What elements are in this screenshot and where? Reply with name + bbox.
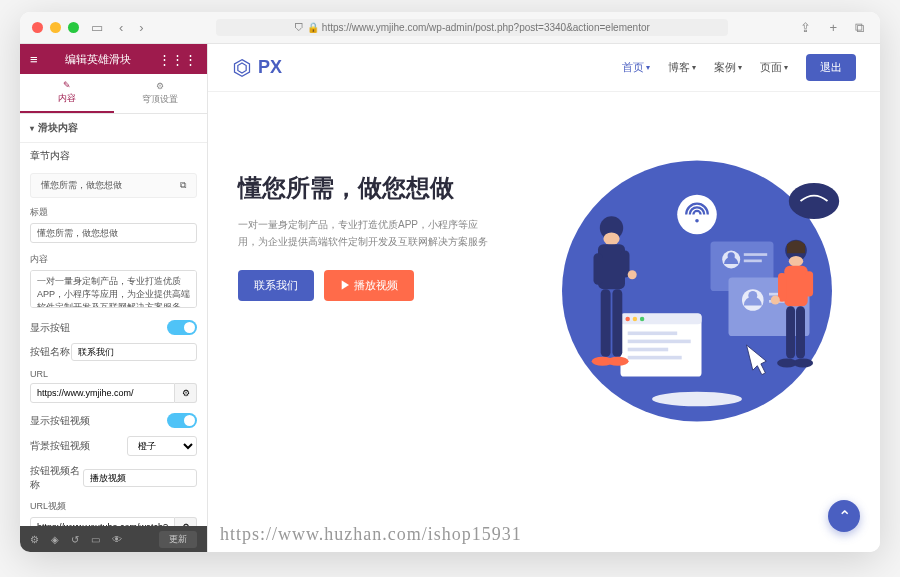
chevron-down-icon: ▾ bbox=[692, 63, 696, 72]
bg-video-select[interactable]: 橙子 bbox=[127, 436, 197, 456]
site-header: PX 首页 ▾ 博客 ▾ 案例 ▾ 页面 ▾ 退出 bbox=[208, 44, 880, 92]
label-video-btn-name: 按钮视频名称 bbox=[30, 464, 83, 492]
gear-icon: ⚙ bbox=[156, 81, 164, 91]
hero-illustration bbox=[508, 122, 850, 442]
svg-point-36 bbox=[789, 256, 803, 267]
video-url-input[interactable] bbox=[30, 517, 175, 526]
tab-advanced[interactable]: ⚙ 穹顶设置 bbox=[114, 74, 208, 113]
url-input[interactable] bbox=[30, 383, 175, 403]
svg-rect-22 bbox=[628, 340, 691, 344]
svg-point-34 bbox=[607, 357, 629, 366]
video-btn-name-input[interactable] bbox=[83, 469, 197, 487]
label-bg-video: 背景按钮视频 bbox=[30, 439, 90, 453]
navigator-icon[interactable]: ◈ bbox=[51, 534, 59, 545]
repeater-item[interactable]: 懂您所需，做您想做 ⧉ bbox=[30, 173, 197, 198]
sidebar-tabs: ✎ 内容 ⚙ 穹顶设置 bbox=[20, 74, 207, 114]
show-video-toggle[interactable] bbox=[167, 413, 197, 428]
forward-icon[interactable]: › bbox=[135, 18, 147, 37]
svg-point-45 bbox=[652, 392, 742, 406]
svg-rect-9 bbox=[744, 253, 767, 256]
label-content: 内容 bbox=[20, 249, 207, 268]
pencil-icon: ✎ bbox=[63, 80, 71, 90]
svg-rect-24 bbox=[628, 356, 682, 360]
content-textarea[interactable]: 一对一量身定制产品，专业打造优质APP，小程序等应用，为企业提供高端软件定制开发… bbox=[30, 270, 197, 308]
menu-icon[interactable]: ≡ bbox=[30, 52, 38, 67]
section-slider-content[interactable]: ▾滑块内容 bbox=[20, 114, 207, 143]
traffic-lights bbox=[32, 22, 79, 33]
hero-description: 一对一量身定制产品，专业打造优质APP，小程序等应用，为企业提供高端软件定制开发… bbox=[238, 216, 488, 250]
sidebar-footer: ⚙ ◈ ↺ ▭ 👁 更新 bbox=[20, 526, 207, 552]
svg-point-4 bbox=[677, 195, 717, 235]
tab-content[interactable]: ✎ 内容 bbox=[20, 74, 114, 113]
shield-icon: ⛉ bbox=[294, 22, 307, 33]
responsive-icon[interactable]: ▭ bbox=[91, 534, 100, 545]
show-button-toggle[interactable] bbox=[167, 320, 197, 335]
scroll-top-button[interactable]: ⌃ bbox=[828, 500, 860, 532]
nav-cases[interactable]: 案例 ▾ bbox=[714, 60, 742, 75]
title-input[interactable] bbox=[30, 223, 197, 243]
svg-rect-38 bbox=[778, 273, 786, 302]
chevron-up-icon: ⌃ bbox=[838, 507, 851, 526]
svg-point-18 bbox=[625, 317, 630, 322]
svg-point-26 bbox=[603, 233, 619, 246]
watermark: https://www.huzhan.com/ishop15931 bbox=[220, 524, 522, 545]
svg-rect-41 bbox=[786, 306, 795, 358]
close-window[interactable] bbox=[32, 22, 43, 33]
svg-marker-1 bbox=[238, 63, 246, 73]
site-logo[interactable]: PX bbox=[232, 57, 282, 78]
widget-title: 编辑英雄滑块 bbox=[65, 52, 131, 67]
label-title: 标题 bbox=[20, 202, 207, 221]
video-url-options-button[interactable]: ⚙ bbox=[175, 517, 197, 526]
nav-blog[interactable]: 博客 ▾ bbox=[668, 60, 696, 75]
label-show-button: 显示按钮 bbox=[30, 321, 70, 335]
history-icon[interactable]: ↺ bbox=[71, 534, 79, 545]
svg-rect-39 bbox=[805, 271, 813, 296]
preview-pane: PX 首页 ▾ 博客 ▾ 案例 ▾ 页面 ▾ 退出 懂您所需，做您想做 一对一量… bbox=[208, 44, 880, 552]
preview-icon[interactable]: 👁 bbox=[112, 534, 122, 545]
svg-point-5 bbox=[695, 219, 699, 223]
play-icon: ▶ bbox=[340, 279, 354, 291]
svg-point-40 bbox=[771, 296, 780, 305]
label-url: URL bbox=[20, 365, 207, 381]
tabs-icon[interactable]: ⧉ bbox=[851, 18, 868, 38]
copy-icon[interactable]: ⧉ bbox=[180, 180, 186, 191]
url-options-button[interactable]: ⚙ bbox=[175, 383, 197, 403]
chevron-down-icon: ▾ bbox=[646, 63, 650, 72]
browser-titlebar: ▭ ‹ › ⛉ 🔒 https://www.ymjihe.com/wp-admi… bbox=[20, 12, 880, 44]
back-icon[interactable]: ‹ bbox=[115, 18, 127, 37]
svg-rect-23 bbox=[628, 348, 669, 352]
update-button[interactable]: 更新 bbox=[159, 531, 197, 548]
exit-button[interactable]: 退出 bbox=[806, 54, 856, 81]
hero-section: 懂您所需，做您想做 一对一量身定制产品，专业打造优质APP，小程序等应用，为企业… bbox=[208, 92, 880, 472]
address-bar[interactable]: ⛉ 🔒 https://www.ymjihe.com/wp-admin/post… bbox=[216, 19, 729, 36]
apps-icon[interactable]: ⋮⋮⋮ bbox=[158, 52, 197, 67]
sidebar-toggle-icon[interactable]: ▭ bbox=[87, 18, 107, 37]
nav-home[interactable]: 首页 ▾ bbox=[622, 60, 650, 75]
svg-rect-42 bbox=[796, 306, 805, 358]
new-tab-icon[interactable]: + bbox=[825, 18, 841, 38]
svg-point-44 bbox=[793, 359, 813, 368]
hero-title: 懂您所需，做您想做 bbox=[238, 172, 488, 204]
svg-point-20 bbox=[640, 317, 645, 322]
nav-pages[interactable]: 页面 ▾ bbox=[760, 60, 788, 75]
svg-rect-21 bbox=[628, 332, 678, 336]
chevron-down-icon: ▾ bbox=[784, 63, 788, 72]
logo-icon bbox=[232, 58, 252, 78]
play-video-button[interactable]: ▶ 播放视频 bbox=[324, 270, 414, 301]
contact-button[interactable]: 联系我们 bbox=[238, 270, 314, 301]
svg-rect-32 bbox=[612, 289, 622, 357]
minimize-window[interactable] bbox=[50, 22, 61, 33]
maximize-window[interactable] bbox=[68, 22, 79, 33]
svg-rect-10 bbox=[744, 260, 762, 263]
settings-icon[interactable]: ⚙ bbox=[30, 534, 39, 545]
svg-marker-0 bbox=[235, 59, 250, 76]
label-show-video: 显示按钮视频 bbox=[30, 414, 90, 428]
group-chapter: 章节内容 bbox=[20, 143, 207, 169]
lock-icon: 🔒 bbox=[307, 22, 322, 33]
share-icon[interactable]: ⇪ bbox=[796, 18, 815, 38]
elementor-sidebar: ≡ 编辑英雄滑块 ⋮⋮⋮ ✎ 内容 ⚙ 穹顶设置 ▾滑块内容 章节内容 懂您所需… bbox=[20, 44, 208, 552]
button-name-input[interactable] bbox=[71, 343, 197, 361]
label-button-name: 按钮名称 bbox=[30, 345, 70, 359]
svg-rect-37 bbox=[784, 266, 807, 307]
sidebar-header: ≡ 编辑英雄滑块 ⋮⋮⋮ bbox=[20, 44, 207, 74]
